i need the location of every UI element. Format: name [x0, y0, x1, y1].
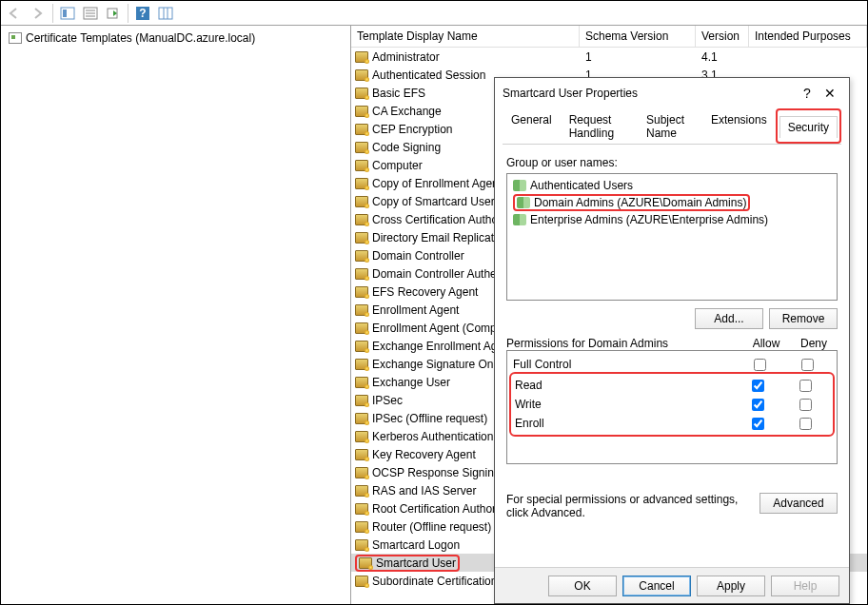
cancel-button[interactable]: Cancel — [622, 576, 691, 596]
template-name-label: Copy of Enrollment Agent — [372, 177, 502, 190]
deny-checkbox[interactable] — [799, 399, 812, 411]
tab-subject-name[interactable]: Subject Name — [638, 108, 702, 144]
cert-template-icon — [355, 250, 368, 262]
group-item[interactable]: Domain Admins (AZURE\Domain Admins) — [511, 193, 833, 212]
tree-root-item[interactable]: Certificate Templates (ManualDC.azure.lo… — [5, 29, 346, 47]
group-item[interactable]: Enterprise Admins (AZURE\Enterprise Admi… — [511, 212, 833, 227]
template-name-label: Cross Certification Authority — [372, 213, 513, 226]
template-name-label: Basic EFS — [372, 87, 425, 100]
remove-button[interactable]: Remove — [769, 308, 838, 329]
template-name-label: CA Exchange — [372, 105, 442, 118]
help-button[interactable]: ? — [132, 3, 153, 24]
cert-template-icon — [355, 449, 368, 460]
template-name-label: IPSec — [372, 394, 403, 407]
template-name-label: Smartcard Logon — [372, 538, 460, 552]
deny-checkbox[interactable] — [799, 380, 812, 392]
view-columns-button[interactable] — [155, 3, 176, 24]
template-version: 4.1 — [696, 50, 749, 64]
template-name-label: Smartcard User — [376, 556, 456, 570]
permission-name: Full Control — [513, 358, 736, 371]
ok-button[interactable]: OK — [548, 576, 617, 596]
cert-templates-icon — [9, 32, 22, 44]
view-list-button[interactable] — [80, 3, 101, 24]
apply-button[interactable]: Apply — [697, 576, 765, 596]
cert-template-icon — [355, 69, 368, 81]
cert-template-icon — [355, 521, 368, 533]
template-name-label: Exchange Enrollment Agent — [372, 340, 513, 353]
cert-template-icon — [355, 467, 368, 478]
cert-template-icon — [355, 142, 368, 153]
cert-template-icon — [355, 88, 368, 99]
cert-template-icon — [355, 51, 368, 63]
svg-rect-1 — [63, 10, 67, 17]
svg-text:?: ? — [139, 7, 146, 20]
advanced-button[interactable]: Advanced — [760, 493, 838, 514]
cert-template-icon — [355, 341, 368, 352]
dialog-close-button[interactable]: ✕ — [819, 86, 841, 101]
template-name-label: Code Signing — [372, 141, 441, 154]
col-header-purpose[interactable]: Intended Purposes — [749, 26, 867, 47]
users-icon — [513, 180, 526, 191]
tab-general[interactable]: General — [503, 108, 561, 144]
group-names-list[interactable]: Authenticated UsersDomain Admins (AZURE\… — [506, 173, 838, 301]
template-name-label: Authenticated Session — [372, 68, 485, 82]
template-row[interactable]: Administrator14.1 — [351, 48, 867, 66]
special-permissions-text: For special permissions or advanced sett… — [506, 493, 752, 519]
group-item[interactable]: Authenticated Users — [511, 178, 833, 193]
cert-template-icon — [355, 124, 368, 135]
cert-template-icon — [355, 503, 368, 515]
dialog-title: Smartcard User Properties — [503, 87, 796, 100]
template-name-label: OCSP Response Signing — [372, 466, 501, 479]
cert-template-icon — [359, 557, 372, 569]
template-schema: 1 — [580, 50, 696, 64]
col-header-schema[interactable]: Schema Version — [580, 26, 696, 47]
allow-checkbox[interactable] — [752, 399, 764, 411]
help-dialog-button: Help — [771, 576, 839, 596]
users-icon — [513, 214, 526, 225]
cert-template-icon — [355, 214, 368, 225]
cert-template-icon — [355, 322, 368, 334]
add-button[interactable]: Add... — [695, 308, 763, 329]
dialog-titlebar: Smartcard User Properties ? ✕ — [495, 78, 849, 108]
permission-name: Enroll — [515, 417, 734, 430]
view-detail-button[interactable] — [57, 3, 78, 24]
permission-name: Write — [515, 398, 734, 411]
properties-dialog: Smartcard User Properties ? ✕ GeneralReq… — [494, 77, 850, 604]
cert-template-icon — [355, 232, 368, 244]
cert-template-icon — [355, 377, 368, 388]
col-header-version[interactable]: Version — [696, 26, 749, 47]
toolbar: ? — [1, 1, 867, 26]
permission-row: Read — [515, 376, 829, 395]
group-name-label: Authenticated Users — [530, 179, 633, 192]
dialog-help-button[interactable]: ? — [796, 86, 819, 101]
export-button[interactable] — [103, 3, 124, 24]
template-name-label: Copy of Smartcard User — [372, 195, 495, 208]
template-name-label: Exchange Signature Only — [372, 358, 502, 371]
col-header-name[interactable]: Template Display Name — [351, 26, 580, 47]
allow-checkbox[interactable] — [752, 418, 764, 430]
group-name-label: Enterprise Admins (AZURE\Enterprise Admi… — [530, 213, 768, 226]
tab-request-handling[interactable]: Request Handling — [561, 108, 638, 144]
cert-template-icon — [355, 178, 368, 189]
tab-extensions[interactable]: Extensions — [702, 108, 776, 144]
forward-button[interactable] — [28, 3, 49, 24]
tab-security[interactable]: Security — [776, 108, 841, 144]
cert-template-icon — [355, 106, 368, 117]
permission-name: Read — [515, 379, 734, 392]
template-name-label: Exchange User — [372, 376, 450, 389]
cert-template-icon — [355, 196, 368, 207]
back-button[interactable] — [5, 3, 26, 24]
template-name-label: Kerberos Authentication — [372, 430, 493, 443]
template-name-label: Root Certification Authority — [372, 502, 507, 516]
template-name-label: Enrollment Agent (Compute — [372, 322, 512, 335]
svg-rect-9 — [159, 8, 172, 19]
list-pane: Template Display Name Schema Version Ver… — [351, 26, 867, 604]
deny-checkbox[interactable] — [799, 418, 812, 430]
cert-template-icon — [355, 431, 368, 442]
allow-checkbox[interactable] — [754, 359, 766, 371]
deny-checkbox[interactable] — [801, 359, 814, 371]
cert-template-icon — [355, 359, 368, 370]
permission-row: Write — [515, 395, 829, 414]
allow-checkbox[interactable] — [752, 380, 764, 392]
cert-template-icon — [355, 413, 368, 424]
